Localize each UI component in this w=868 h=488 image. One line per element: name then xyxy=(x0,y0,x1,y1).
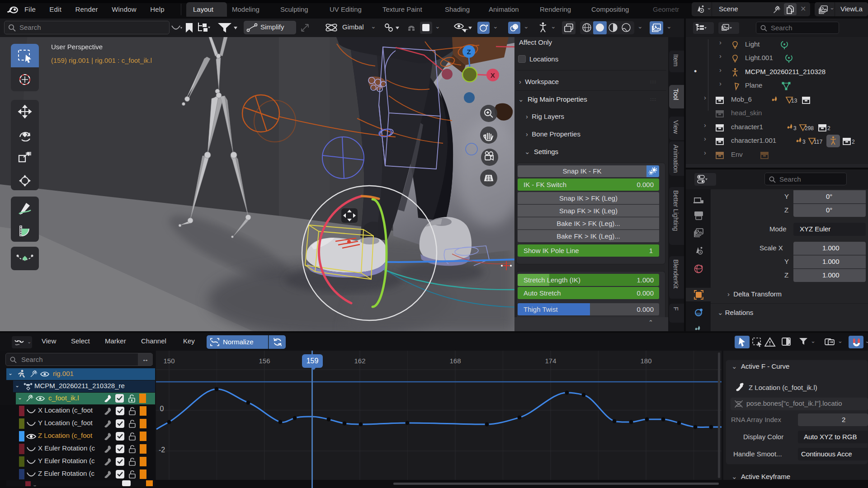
svg-text:0: 0 xyxy=(160,405,164,413)
svg-text:Z: Z xyxy=(467,48,471,56)
svg-text:180: 180 xyxy=(640,357,651,365)
svg-text:X: X xyxy=(491,71,495,79)
svg-text:(159) rig.001 | rig.001 : c_fo: (159) rig.001 | rig.001 : c_foot_ik.l xyxy=(51,56,152,64)
svg-text:162: 162 xyxy=(354,357,365,365)
svg-text:-2: -2 xyxy=(159,446,165,454)
svg-text:168: 168 xyxy=(449,357,461,365)
svg-text:User Perspective: User Perspective xyxy=(51,43,103,51)
svg-text:150: 150 xyxy=(163,357,175,365)
svg-text:174: 174 xyxy=(545,357,556,365)
svg-text:156: 156 xyxy=(259,357,270,365)
